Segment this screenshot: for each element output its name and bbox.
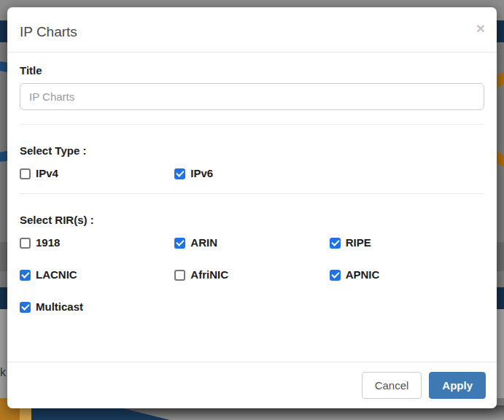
checkbox-option-lacnic[interactable]: LACNIC [20,269,174,281]
checked-checkbox-icon[interactable] [174,168,185,179]
checked-checkbox-icon[interactable] [174,238,185,249]
checkbox-label: Multicast [36,301,83,313]
checkbox-label: IPv6 [190,168,213,179]
unchecked-checkbox-icon[interactable] [20,168,31,179]
checkbox-option-afrinic[interactable]: AfriNIC [174,269,329,281]
checked-checkbox-icon[interactable] [20,270,31,281]
select-rir-heading: Select RIR(s) : [20,214,484,226]
ip-charts-dialog: IP Charts × Title Select Type : IPv4IPv6… [7,7,497,408]
checkbox-label: 1918 [36,237,60,249]
dialog-body: Title Select Type : IPv4IPv6 Select RIR(… [7,52,497,362]
rir-options-grid: 1918ARINRIPELACNICAfriNICAPNICMulticast [20,237,484,313]
select-type-heading: Select Type : [20,144,484,157]
checkbox-option-ipv4[interactable]: IPv4 [20,168,174,179]
checkbox-option-multicast[interactable]: Multicast [20,301,174,313]
checked-checkbox-icon[interactable] [330,238,341,249]
checkbox-label: LACNIC [36,269,77,281]
title-input[interactable] [20,83,484,110]
unchecked-checkbox-icon[interactable] [20,238,31,249]
checkbox-option-ripe[interactable]: RIPE [330,237,484,249]
dialog-footer: Cancel Apply [7,362,497,408]
checkbox-option-apnic[interactable]: APNIC [330,269,484,281]
unchecked-checkbox-icon[interactable] [174,270,185,281]
title-field-label: Title [20,64,484,77]
checked-checkbox-icon[interactable] [330,270,341,281]
checkbox-label: IPv4 [36,168,58,179]
divider [20,193,484,194]
divider [20,124,484,125]
dialog-title: IP Charts [20,24,484,39]
close-icon[interactable]: × [476,20,485,36]
cancel-button[interactable]: Cancel [362,372,422,399]
background-text-fragment: k [0,366,6,379]
checkbox-option-1918[interactable]: 1918 [20,237,174,249]
apply-button[interactable]: Apply [429,372,486,399]
checked-checkbox-icon[interactable] [20,302,31,313]
type-options-grid: IPv4IPv6 [20,168,484,179]
checkbox-label: AfriNIC [190,269,228,281]
checkbox-label: RIPE [346,237,371,249]
dialog-header: IP Charts × [7,7,497,52]
checkbox-label: ARIN [190,237,217,249]
checkbox-label: APNIC [346,269,380,281]
checkbox-option-arin[interactable]: ARIN [174,237,329,249]
checkbox-option-ipv6[interactable]: IPv6 [174,168,329,179]
